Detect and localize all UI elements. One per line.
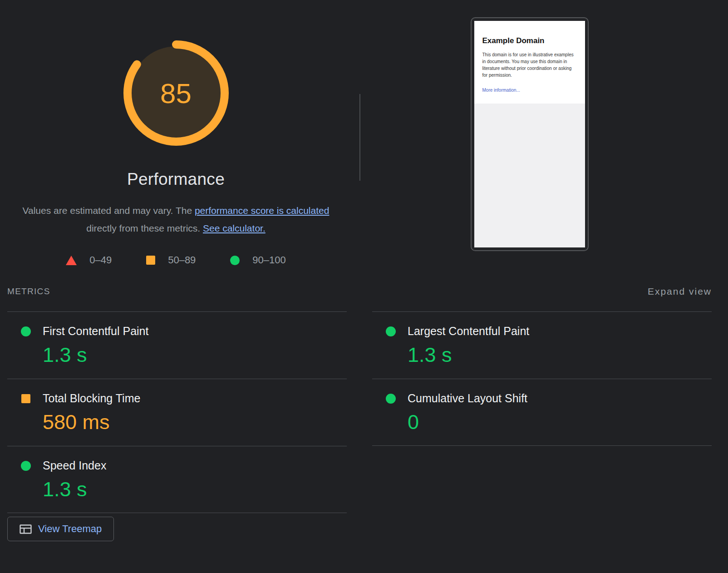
legend-item-pass: 90–100 — [230, 254, 285, 266]
pass-circle-icon — [386, 394, 396, 404]
performance-summary-section: 85 Performance Values are estimated and … — [0, 0, 728, 266]
see-calculator-link[interactable]: See calculator. — [203, 223, 266, 233]
performance-score-gauge[interactable]: 85 — [123, 40, 229, 146]
description-text-1: Values are estimated and may vary. The — [23, 205, 195, 216]
performance-score-value: 85 — [123, 40, 229, 146]
metric-value: 1.3 s — [408, 343, 712, 367]
screenshot-page: Example Domain This domain is for use in… — [474, 21, 585, 247]
score-range-legend: 0–49 50–89 90–100 — [66, 254, 286, 266]
screenshot-more-information-link: More information... — [482, 88, 520, 93]
green-circle-icon — [230, 256, 240, 265]
legend-range-average: 50–89 — [168, 254, 196, 266]
metric-cumulative-layout-shift: Cumulative Layout Shift 0 — [372, 379, 712, 446]
performance-score-calculated-link[interactable]: performance score is calculated — [195, 205, 329, 216]
performance-title: Performance — [127, 170, 225, 189]
pass-circle-icon — [21, 326, 31, 336]
metric-label: Total Blocking Time — [43, 392, 140, 405]
metric-label: Cumulative Layout Shift — [408, 392, 527, 405]
metric-value: 1.3 s — [43, 478, 347, 501]
metric-label: Largest Contentful Paint — [408, 325, 529, 338]
metric-label: First Contentful Paint — [43, 325, 148, 338]
vertical-divider — [359, 94, 360, 181]
metric-label: Speed Index — [43, 459, 106, 472]
expand-view-button[interactable]: Expand view — [648, 286, 712, 297]
legend-range-fail: 0–49 — [89, 254, 112, 266]
screenshot-page-body: This domain is for use in illustrative e… — [482, 51, 577, 79]
legend-item-fail: 0–49 — [66, 254, 112, 266]
red-triangle-icon — [66, 256, 77, 265]
view-treemap-button[interactable]: View Treemap — [7, 517, 114, 541]
metric-total-blocking-time: Total Blocking Time 580 ms — [7, 379, 347, 446]
orange-square-icon — [146, 256, 155, 265]
metric-first-contentful-paint: First Contentful Paint 1.3 s — [7, 311, 347, 379]
pass-circle-icon — [386, 326, 396, 336]
treemap-icon — [20, 524, 32, 534]
metrics-section-title: METRICS — [7, 286, 50, 296]
metric-value: 580 ms — [43, 410, 347, 434]
metrics-grid: First Contentful Paint 1.3 s Largest Con… — [7, 311, 712, 513]
metrics-header: METRICS Expand view — [7, 286, 712, 311]
metric-value: 0 — [408, 410, 712, 434]
metric-value: 1.3 s — [43, 343, 347, 367]
screenshot-page-background — [474, 104, 585, 247]
page-screenshot-thumbnail: Example Domain This domain is for use in… — [471, 17, 589, 251]
performance-description: Values are estimated and may vary. The p… — [17, 202, 335, 237]
view-treemap-label: View Treemap — [38, 523, 102, 535]
metric-largest-contentful-paint: Largest Contentful Paint 1.3 s — [372, 311, 712, 379]
average-square-icon — [21, 394, 30, 403]
treemap-row: View Treemap — [7, 517, 712, 541]
legend-range-pass: 90–100 — [252, 254, 285, 266]
legend-item-average: 50–89 — [146, 254, 196, 266]
description-text-2: directly from these metrics. — [86, 223, 203, 233]
screenshot-page-title: Example Domain — [482, 36, 577, 45]
metric-speed-index: Speed Index 1.3 s — [7, 446, 347, 513]
pass-circle-icon — [21, 461, 31, 471]
